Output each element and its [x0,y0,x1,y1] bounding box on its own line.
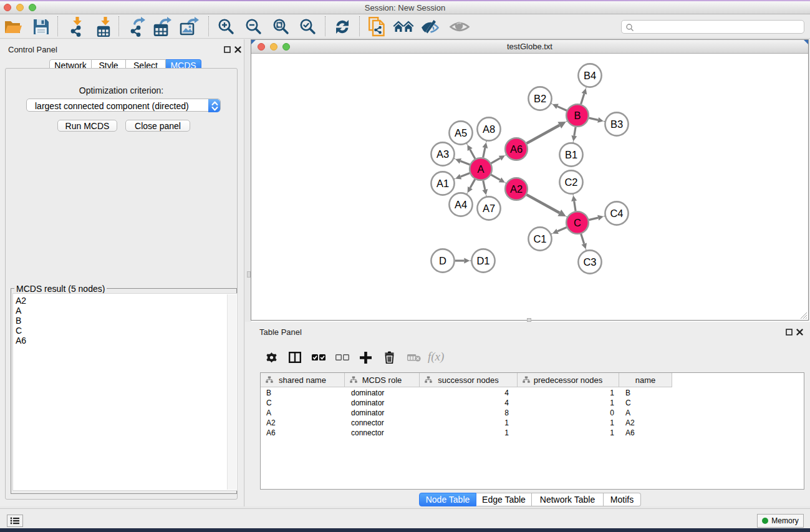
svg-text:A5: A5 [455,127,467,138]
svg-text:A3: A3 [436,148,449,160]
svg-text:A7: A7 [483,203,495,214]
svg-text:D: D [439,255,446,266]
svg-text:B: B [574,110,581,121]
svg-text:B2: B2 [534,93,546,104]
svg-text:A6: A6 [510,143,523,155]
svg-text:C3: C3 [583,256,596,268]
svg-text:A2: A2 [510,183,523,195]
svg-text:C4: C4 [610,208,623,219]
svg-text:C2: C2 [564,177,577,188]
svg-text:B3: B3 [610,118,623,130]
svg-text:B4: B4 [584,70,596,81]
svg-text:A4: A4 [455,199,467,210]
svg-text:C: C [574,217,581,228]
svg-text:A: A [477,163,484,175]
svg-text:C1: C1 [533,233,546,244]
svg-text:D1: D1 [476,255,489,266]
svg-text:A8: A8 [483,123,495,135]
svg-text:A1: A1 [436,178,449,189]
svg-text:B1: B1 [565,149,577,160]
